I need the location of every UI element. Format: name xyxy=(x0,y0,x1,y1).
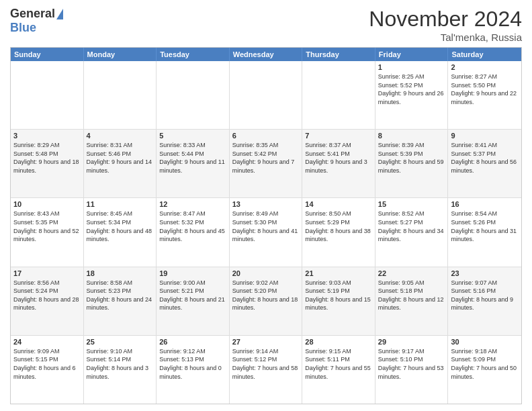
header-day-monday: Monday xyxy=(84,48,157,61)
calendar-week-5: 24Sunrise: 9:09 AM Sunset: 5:15 PM Dayli… xyxy=(11,336,521,404)
day-number: 22 xyxy=(378,269,445,277)
calendar-day-21: 21Sunrise: 9:03 AM Sunset: 5:19 PM Dayli… xyxy=(302,267,375,335)
calendar-header: SundayMondayTuesdayWednesdayThursdayFrid… xyxy=(11,48,521,61)
calendar-day-1: 1Sunrise: 8:25 AM Sunset: 5:52 PM Daylig… xyxy=(375,61,449,129)
day-info: Sunrise: 8:33 AM Sunset: 5:44 PM Dayligh… xyxy=(159,141,226,175)
header-day-saturday: Saturday xyxy=(448,48,521,61)
calendar-day-19: 19Sunrise: 9:00 AM Sunset: 5:21 PM Dayli… xyxy=(157,267,230,335)
calendar-day-27: 27Sunrise: 9:14 AM Sunset: 5:12 PM Dayli… xyxy=(230,336,303,404)
day-number: 11 xyxy=(87,200,154,208)
calendar-day-18: 18Sunrise: 8:58 AM Sunset: 5:23 PM Dayli… xyxy=(84,267,157,335)
day-info: Sunrise: 9:18 AM Sunset: 5:09 PM Dayligh… xyxy=(451,347,519,381)
calendar-day-17: 17Sunrise: 8:56 AM Sunset: 5:24 PM Dayli… xyxy=(11,267,84,335)
day-info: Sunrise: 8:52 AM Sunset: 5:27 PM Dayligh… xyxy=(378,210,445,243)
calendar-day-12: 12Sunrise: 8:47 AM Sunset: 5:32 PM Dayli… xyxy=(157,198,230,266)
calendar-empty-cell xyxy=(157,61,230,129)
calendar-day-13: 13Sunrise: 8:49 AM Sunset: 5:30 PM Dayli… xyxy=(230,198,303,266)
calendar-day-23: 23Sunrise: 9:07 AM Sunset: 5:16 PM Dayli… xyxy=(448,267,521,335)
calendar-day-11: 11Sunrise: 8:45 AM Sunset: 5:34 PM Dayli… xyxy=(84,198,157,266)
calendar-empty-cell xyxy=(230,61,303,129)
day-number: 10 xyxy=(13,200,81,208)
day-info: Sunrise: 8:39 AM Sunset: 5:39 PM Dayligh… xyxy=(378,141,445,175)
day-number: 1 xyxy=(378,63,445,71)
calendar-week-4: 17Sunrise: 8:56 AM Sunset: 5:24 PM Dayli… xyxy=(11,267,521,336)
day-number: 20 xyxy=(232,269,300,277)
day-info: Sunrise: 9:07 AM Sunset: 5:16 PM Dayligh… xyxy=(451,279,519,312)
day-number: 13 xyxy=(232,200,300,208)
header-day-sunday: Sunday xyxy=(11,48,84,61)
logo-blue-text: Blue xyxy=(10,21,36,35)
day-info: Sunrise: 8:37 AM Sunset: 5:41 PM Dayligh… xyxy=(305,141,372,175)
calendar: SundayMondayTuesdayWednesdayThursdayFrid… xyxy=(10,47,522,404)
day-number: 7 xyxy=(305,132,372,140)
day-number: 25 xyxy=(87,338,154,346)
day-number: 14 xyxy=(305,200,372,208)
day-number: 4 xyxy=(87,132,154,140)
day-number: 29 xyxy=(378,338,445,346)
day-info: Sunrise: 9:14 AM Sunset: 5:12 PM Dayligh… xyxy=(232,347,300,381)
calendar-day-24: 24Sunrise: 9:09 AM Sunset: 5:15 PM Dayli… xyxy=(11,336,84,404)
day-info: Sunrise: 8:41 AM Sunset: 5:37 PM Dayligh… xyxy=(451,141,519,175)
calendar-day-2: 2Sunrise: 8:27 AM Sunset: 5:50 PM Daylig… xyxy=(448,61,521,129)
location: Tal'menka, Russia xyxy=(369,32,522,43)
calendar-empty-cell xyxy=(84,61,157,129)
day-info: Sunrise: 8:31 AM Sunset: 5:46 PM Dayligh… xyxy=(87,141,154,175)
calendar-day-4: 4Sunrise: 8:31 AM Sunset: 5:46 PM Daylig… xyxy=(84,130,157,197)
calendar-day-29: 29Sunrise: 9:17 AM Sunset: 5:10 PM Dayli… xyxy=(375,336,449,404)
calendar-day-8: 8Sunrise: 8:39 AM Sunset: 5:39 PM Daylig… xyxy=(375,130,449,197)
day-number: 17 xyxy=(13,269,81,277)
day-info: Sunrise: 9:15 AM Sunset: 5:11 PM Dayligh… xyxy=(305,347,372,381)
calendar-body: 1Sunrise: 8:25 AM Sunset: 5:52 PM Daylig… xyxy=(11,61,521,404)
calendar-day-15: 15Sunrise: 8:52 AM Sunset: 5:27 PM Dayli… xyxy=(375,198,449,266)
day-info: Sunrise: 9:03 AM Sunset: 5:19 PM Dayligh… xyxy=(305,279,372,312)
day-info: Sunrise: 8:50 AM Sunset: 5:29 PM Dayligh… xyxy=(305,210,372,243)
day-number: 26 xyxy=(159,338,226,346)
day-info: Sunrise: 9:05 AM Sunset: 5:18 PM Dayligh… xyxy=(378,279,445,312)
day-info: Sunrise: 8:25 AM Sunset: 5:52 PM Dayligh… xyxy=(378,73,445,106)
day-info: Sunrise: 8:45 AM Sunset: 5:34 PM Dayligh… xyxy=(87,210,154,243)
calendar-day-25: 25Sunrise: 9:10 AM Sunset: 5:14 PM Dayli… xyxy=(84,336,157,404)
calendar-day-5: 5Sunrise: 8:33 AM Sunset: 5:44 PM Daylig… xyxy=(157,130,230,197)
calendar-day-26: 26Sunrise: 9:12 AM Sunset: 5:13 PM Dayli… xyxy=(157,336,230,404)
day-number: 30 xyxy=(451,338,519,346)
calendar-day-30: 30Sunrise: 9:18 AM Sunset: 5:09 PM Dayli… xyxy=(448,336,521,404)
day-number: 24 xyxy=(13,338,81,346)
logo: General Blue xyxy=(10,7,63,35)
day-info: Sunrise: 8:54 AM Sunset: 5:26 PM Dayligh… xyxy=(451,210,519,243)
day-number: 3 xyxy=(13,132,81,140)
calendar-day-3: 3Sunrise: 8:29 AM Sunset: 5:48 PM Daylig… xyxy=(11,130,84,197)
day-number: 6 xyxy=(232,132,300,140)
day-info: Sunrise: 9:00 AM Sunset: 5:21 PM Dayligh… xyxy=(159,279,226,312)
calendar-week-2: 3Sunrise: 8:29 AM Sunset: 5:48 PM Daylig… xyxy=(11,130,521,198)
day-info: Sunrise: 8:27 AM Sunset: 5:50 PM Dayligh… xyxy=(451,73,519,106)
calendar-day-14: 14Sunrise: 8:50 AM Sunset: 5:29 PM Dayli… xyxy=(302,198,375,266)
day-number: 8 xyxy=(378,132,445,140)
header-day-tuesday: Tuesday xyxy=(157,48,230,61)
month-title: November 2024 xyxy=(369,7,522,32)
calendar-day-16: 16Sunrise: 8:54 AM Sunset: 5:26 PM Dayli… xyxy=(448,198,521,266)
day-number: 19 xyxy=(159,269,226,277)
day-info: Sunrise: 8:43 AM Sunset: 5:35 PM Dayligh… xyxy=(13,210,81,243)
day-number: 27 xyxy=(232,338,300,346)
day-info: Sunrise: 8:47 AM Sunset: 5:32 PM Dayligh… xyxy=(159,210,226,243)
day-number: 21 xyxy=(305,269,372,277)
day-number: 12 xyxy=(159,200,226,208)
header-day-wednesday: Wednesday xyxy=(230,48,303,61)
day-info: Sunrise: 9:12 AM Sunset: 5:13 PM Dayligh… xyxy=(159,347,226,381)
day-number: 16 xyxy=(451,200,519,208)
header: General Blue November 2024 Tal'menka, Ru… xyxy=(10,7,522,43)
calendar-day-28: 28Sunrise: 9:15 AM Sunset: 5:11 PM Dayli… xyxy=(302,336,375,404)
calendar-week-3: 10Sunrise: 8:43 AM Sunset: 5:35 PM Dayli… xyxy=(11,198,521,267)
logo-triangle-icon xyxy=(56,9,63,19)
header-day-thursday: Thursday xyxy=(302,48,375,61)
day-info: Sunrise: 9:17 AM Sunset: 5:10 PM Dayligh… xyxy=(378,347,445,381)
calendar-day-20: 20Sunrise: 9:02 AM Sunset: 5:20 PM Dayli… xyxy=(230,267,303,335)
day-number: 23 xyxy=(451,269,519,277)
page: General Blue November 2024 Tal'menka, Ru… xyxy=(0,0,532,411)
day-info: Sunrise: 8:56 AM Sunset: 5:24 PM Dayligh… xyxy=(13,279,81,312)
calendar-day-7: 7Sunrise: 8:37 AM Sunset: 5:41 PM Daylig… xyxy=(302,130,375,197)
day-number: 18 xyxy=(87,269,154,277)
day-info: Sunrise: 8:58 AM Sunset: 5:23 PM Dayligh… xyxy=(87,279,154,312)
day-number: 28 xyxy=(305,338,372,346)
day-number: 5 xyxy=(159,132,226,140)
